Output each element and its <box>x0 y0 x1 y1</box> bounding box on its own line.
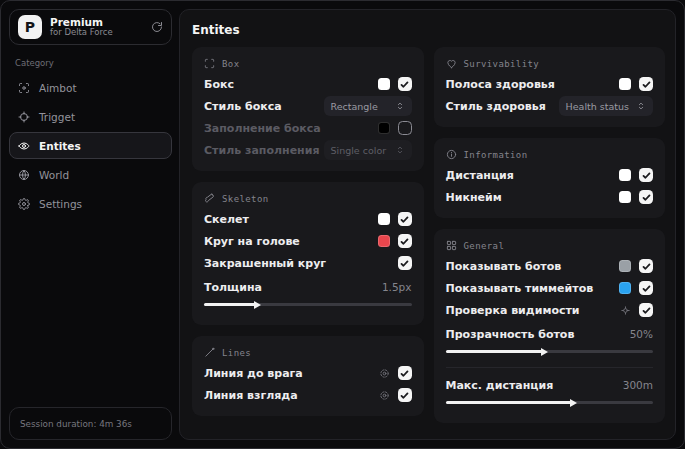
brand-text: Premium for Delta Force <box>50 16 143 38</box>
setting-controls <box>619 259 653 273</box>
checkbox[interactable] <box>398 366 412 380</box>
sidebar-item-settings[interactable]: Settings <box>9 190 172 217</box>
setting-controls <box>378 121 412 135</box>
sidebar-item-label: World <box>39 169 69 181</box>
checkbox[interactable] <box>639 77 653 91</box>
gear-icon[interactable] <box>379 390 390 401</box>
setting-label: Линия до врага <box>204 367 303 380</box>
setting-controls: Health status <box>559 96 653 116</box>
card-skeleton: SkeletonСкелетКруг на головеЗакрашенный … <box>192 182 424 325</box>
checkbox[interactable] <box>398 121 412 135</box>
card-header: Skeleton <box>204 193 412 204</box>
checkbox[interactable] <box>398 77 412 91</box>
color-swatch[interactable] <box>619 282 631 294</box>
color-swatch[interactable] <box>378 213 390 225</box>
select-стиль-здоровья[interactable]: Health status <box>559 96 653 116</box>
setting-row: Линия до врага <box>204 362 412 384</box>
color-swatch[interactable] <box>378 78 390 90</box>
cards-columns: BoxБоксСтиль боксаRectangleЗаполнение бо… <box>192 47 665 423</box>
slider-handle[interactable] <box>570 399 577 407</box>
checkbox[interactable] <box>398 212 412 226</box>
setting-label: Прозрачность ботов <box>446 328 575 341</box>
checkbox[interactable] <box>398 388 412 402</box>
chevrons-up-down-icon <box>395 101 405 111</box>
select-value: Rectangle <box>331 101 378 112</box>
slider-track[interactable] <box>446 350 654 353</box>
setting-label: Стиль бокса <box>204 100 282 113</box>
setting-label: Проверка видимости <box>446 304 580 317</box>
setting-controls <box>378 212 412 226</box>
setting-label: Никнейм <box>446 191 502 204</box>
chevrons-up-down-icon <box>636 101 646 111</box>
slider-track[interactable] <box>446 401 654 404</box>
lines-icon <box>204 347 215 358</box>
setting-controls <box>379 366 412 380</box>
slider-value: 1.5px <box>382 281 412 293</box>
sidebar-item-trigget[interactable]: Trigget <box>9 103 172 130</box>
sidebar-item-label: Aimbot <box>39 82 77 94</box>
card-header-label: General <box>464 241 505 251</box>
setting-controls <box>378 77 412 91</box>
setting-label: Линия взгляда <box>204 389 298 402</box>
gear-icon[interactable] <box>379 368 390 379</box>
slider-handle[interactable] <box>541 348 548 356</box>
sidebar: P Premium for Delta Force Category Aimbo… <box>9 9 172 440</box>
skeleton-icon <box>204 193 215 204</box>
setting-label: Закрашенный круг <box>204 257 326 270</box>
setting-controls: Single color <box>324 140 412 160</box>
card-header-label: Skeleton <box>222 194 269 204</box>
color-swatch[interactable] <box>619 169 631 181</box>
setting-row: Никнейм <box>446 186 654 208</box>
card-header-label: Box <box>222 59 239 69</box>
setting-controls <box>378 234 412 248</box>
slider-handle[interactable] <box>254 301 261 309</box>
chevrons-up-down-icon <box>395 145 405 155</box>
visibility-icon[interactable] <box>620 305 631 316</box>
setting-controls <box>619 77 653 91</box>
select-стиль-заполнения[interactable]: Single color <box>324 140 412 160</box>
card-header: Survivability <box>446 58 654 69</box>
column-2: SurvivabilityПолоса здоровьяСтиль здоров… <box>434 47 666 423</box>
card-header-label: Survivability <box>464 59 540 69</box>
color-swatch[interactable] <box>378 235 390 247</box>
slider-row: Макс. дистанция300m <box>446 375 654 409</box>
sidebar-item-aimbot[interactable]: Aimbot <box>9 74 172 101</box>
checkbox[interactable] <box>639 281 653 295</box>
slider-track[interactable] <box>204 303 412 306</box>
setting-label: Стиль заполнения <box>204 144 319 157</box>
entities-icon <box>18 140 30 152</box>
brand-logo: P <box>18 15 42 39</box>
setting-label: Толщина <box>204 281 262 294</box>
setting-label: Показывать ботов <box>446 260 562 273</box>
color-swatch[interactable] <box>378 122 390 134</box>
aimbot-icon <box>18 82 30 94</box>
setting-controls <box>619 281 653 295</box>
slider-value: 50% <box>630 328 653 340</box>
refresh-icon[interactable] <box>151 21 163 33</box>
sidebar-item-world[interactable]: World <box>9 161 172 188</box>
setting-label: Скелет <box>204 213 249 226</box>
setting-controls <box>619 168 653 182</box>
card-header: Information <box>446 149 654 160</box>
checkbox[interactable] <box>639 190 653 204</box>
checkbox[interactable] <box>398 256 412 270</box>
setting-label: Дистанция <box>446 169 514 182</box>
color-swatch[interactable] <box>619 260 631 272</box>
select-value: Health status <box>566 101 629 112</box>
card-header: Lines <box>204 347 412 358</box>
general-icon <box>446 240 457 251</box>
setting-controls <box>379 388 412 402</box>
checkbox[interactable] <box>639 168 653 182</box>
survivability-icon <box>446 58 457 69</box>
setting-controls <box>620 303 653 317</box>
color-swatch[interactable] <box>619 191 631 203</box>
sidebar-item-entites[interactable]: Entites <box>9 132 172 159</box>
checkbox[interactable] <box>398 234 412 248</box>
setting-row: Скелет <box>204 208 412 230</box>
trigger-icon <box>18 111 30 123</box>
select-стиль-бокса[interactable]: Rectangle <box>324 96 412 116</box>
checkbox[interactable] <box>639 303 653 317</box>
card-lines: LinesЛиния до врагаЛиния взгляда <box>192 336 424 416</box>
checkbox[interactable] <box>639 259 653 273</box>
color-swatch[interactable] <box>619 78 631 90</box>
